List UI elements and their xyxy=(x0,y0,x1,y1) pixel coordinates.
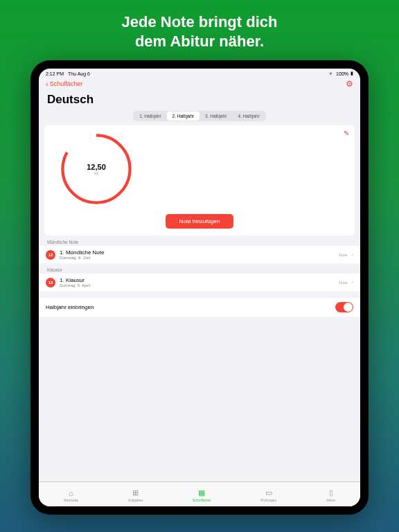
section-label: Klausur xyxy=(39,263,360,274)
segment-3[interactable]: 4. Halbjahr xyxy=(232,112,265,121)
tab-icon: ⊞ xyxy=(132,488,139,497)
ring-sub: x1 xyxy=(87,171,106,175)
tab-icon: ▭ xyxy=(265,488,272,497)
promo-line2: dem Abitur näher. xyxy=(28,32,371,51)
add-note-button[interactable]: Note hinzufügen xyxy=(166,214,233,229)
tab-label: Aufgaben xyxy=(128,498,143,502)
chevron-right-icon: › xyxy=(352,252,353,257)
app-screen: 2:12 PM Thu Aug 6 ᯤ 100% ▮ ‹ Schulfächer… xyxy=(39,69,360,506)
tab-icon: ▯ xyxy=(329,488,333,497)
promo-headline: Jede Note bringt dich dem Abitur näher. xyxy=(0,0,399,60)
tab-bar: ⌂Startseite⊞Aufgaben▦Schulfächer▭Prüfung… xyxy=(39,481,360,506)
chevron-right-icon: › xyxy=(352,280,353,285)
toggle-switch[interactable] xyxy=(335,302,353,312)
note-tag: Note xyxy=(339,281,348,285)
gear-icon[interactable]: ⚙ xyxy=(346,79,353,89)
note-title: 1. Klausur xyxy=(60,277,335,283)
segment-control: 1. Halbjahr2. Halbjahr3. Halbjahr4. Halb… xyxy=(133,111,266,121)
device-frame: 2:12 PM Thu Aug 6 ᯤ 100% ▮ ‹ Schulfächer… xyxy=(30,60,369,515)
promo-line1: Jede Note bringt dich xyxy=(28,12,371,32)
nav-bar: ‹ Schulfächer ⚙ xyxy=(39,76,360,91)
status-date: Thu Aug 6 xyxy=(68,71,90,76)
note-badge: 12 xyxy=(46,250,55,260)
tab-label: Startseite xyxy=(64,498,78,502)
note-date: Sonntag, 5. April xyxy=(60,283,335,287)
tab-label: Schulfächer xyxy=(193,498,211,502)
section-label: Mündliche Note xyxy=(39,236,360,246)
tab-abitur[interactable]: ▯Abitur xyxy=(326,488,335,502)
page-title: Deutsch xyxy=(39,91,360,111)
status-time: 2:12 PM xyxy=(46,71,64,76)
back-label: Schulfächer xyxy=(50,80,83,87)
note-row[interactable]: 131. KlausurSonntag, 5. AprilNote› xyxy=(39,274,360,291)
tab-icon: ⌂ xyxy=(69,489,73,497)
note-tag: Note xyxy=(339,253,348,257)
battery-percent: 100% xyxy=(336,71,348,76)
segment-0[interactable]: 1. Halbjahr xyxy=(134,112,166,121)
grade-chart-card: ✎ 12,50 x1 Note hinzufügen xyxy=(44,125,355,236)
progress-ring: 12,50 x1 xyxy=(58,131,134,207)
toggle-label: Halbjahr einbringen xyxy=(46,304,94,310)
back-button[interactable]: ‹ Schulfächer xyxy=(46,80,82,88)
tab-label: Abitur xyxy=(326,498,335,502)
note-info: 1. Mündliche NoteDienstag, 9. Juni xyxy=(60,249,335,260)
tab-startseite[interactable]: ⌂Startseite xyxy=(64,489,78,502)
wifi-icon: ᯤ xyxy=(329,71,334,76)
tab-schulfächer[interactable]: ▦Schulfächer xyxy=(193,488,211,502)
ring-value: 12,50 xyxy=(87,163,106,171)
battery-icon: ▮ xyxy=(351,71,353,76)
segment-1[interactable]: 2. Halbjahr xyxy=(167,112,200,121)
tab-icon: ▦ xyxy=(198,488,205,497)
toggle-row: Halbjahr einbringen xyxy=(39,298,360,317)
note-info: 1. KlausurSonntag, 5. April xyxy=(60,277,335,287)
tab-label: Prüfungen xyxy=(260,498,276,502)
note-title: 1. Mündliche Note xyxy=(60,249,335,256)
note-badge: 13 xyxy=(46,278,55,287)
note-date: Dienstag, 9. Juni xyxy=(60,256,335,260)
chevron-left-icon: ‹ xyxy=(46,80,48,88)
tab-prüfungen[interactable]: ▭Prüfungen xyxy=(260,488,276,502)
note-row[interactable]: 121. Mündliche NoteDienstag, 9. JuniNote… xyxy=(39,246,360,263)
tab-aufgaben[interactable]: ⊞Aufgaben xyxy=(128,488,143,502)
edit-icon[interactable]: ✎ xyxy=(344,130,349,137)
status-bar: 2:12 PM Thu Aug 6 ᯤ 100% ▮ xyxy=(39,69,360,76)
segment-2[interactable]: 3. Halbjahr xyxy=(200,112,232,121)
